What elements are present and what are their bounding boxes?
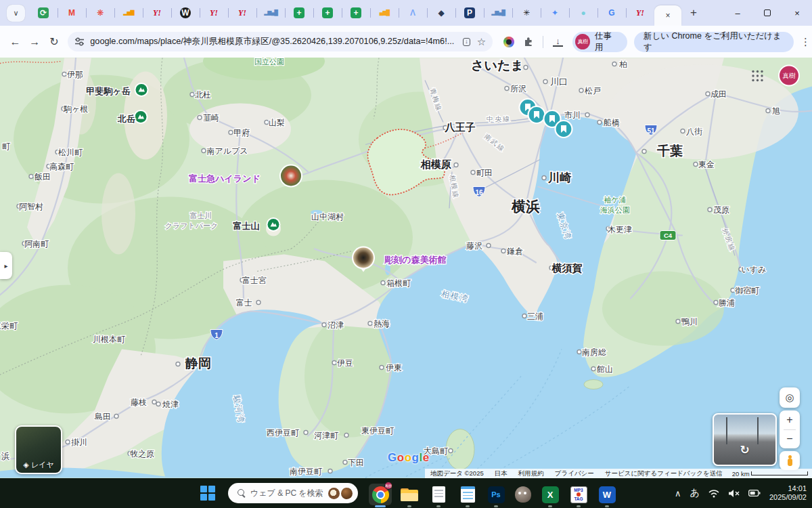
extension-colorful-icon[interactable] xyxy=(503,37,514,47)
place-dot xyxy=(542,176,546,180)
mountain-marker[interactable] xyxy=(134,110,148,124)
saved-place-marker[interactable] xyxy=(556,121,572,137)
place-dot xyxy=(190,93,194,97)
streetview-thumbnail[interactable]: ↻ xyxy=(713,413,777,466)
extensions-puzzle-icon[interactable] xyxy=(522,36,533,47)
sheets-tab[interactable]: + xyxy=(285,0,313,26)
fujikyu-photo-marker[interactable] xyxy=(279,165,302,188)
sheets-tab-icon: + xyxy=(351,7,361,18)
active-tab[interactable]: × xyxy=(654,5,681,26)
forward-button[interactable]: → xyxy=(25,36,45,48)
address-bar[interactable]: google.com/maps/place/神奈川県相模原市緑区/@35.262… xyxy=(68,32,493,51)
taskbar-clock[interactable]: 14:01 2025/09/02 xyxy=(769,484,807,502)
pole-decor xyxy=(757,417,759,444)
teal-dot-tab[interactable]: ● xyxy=(569,0,597,26)
taskbar-explorer[interactable] xyxy=(398,484,421,505)
taskbar-excel[interactable]: X xyxy=(539,484,562,505)
map-profile-avatar[interactable]: 真樹 xyxy=(779,66,799,86)
volume-muted-icon[interactable] xyxy=(728,489,740,498)
browser-menu-icon[interactable]: ⋮ xyxy=(799,36,812,48)
mountain-marker[interactable] xyxy=(267,217,281,232)
window-minimize-button[interactable]: – xyxy=(723,0,752,26)
taskbar-word[interactable]: W xyxy=(595,484,618,505)
pegman-button[interactable] xyxy=(780,451,800,470)
layers-button[interactable]: ◈ レイヤ xyxy=(15,425,62,474)
taskbar-chrome[interactable]: 真樹 xyxy=(369,484,392,505)
download-icon[interactable]: ↓ xyxy=(553,37,563,47)
yahoo-tab-icon: Y! xyxy=(152,7,162,18)
map-label: 富士川 xyxy=(190,211,212,219)
attribution-item[interactable]: 地図データ ©2025 xyxy=(430,469,484,478)
tray-chevron-icon[interactable]: ∧ xyxy=(675,488,681,499)
attribution-item[interactable]: 利用規約 xyxy=(518,469,544,478)
attribution-item[interactable]: サービスに関するフィードバックを送信 xyxy=(605,469,723,478)
caret-tab[interactable]: Λ xyxy=(399,0,427,26)
ime-indicator[interactable]: あ xyxy=(690,487,700,499)
place-dot xyxy=(708,208,712,212)
sync-tab[interactable]: ⟳ xyxy=(29,0,58,26)
my-location-button[interactable]: ◎ xyxy=(780,387,800,408)
yahoo-tab[interactable]: Y! xyxy=(626,0,654,26)
map-label: 北岳 xyxy=(117,114,135,124)
taskbar-notepad[interactable] xyxy=(427,484,450,505)
blue-bars-tab[interactable]: ▂▆▄█ xyxy=(484,0,512,26)
map-canvas[interactable]: 11651C4 さいたま横浜千葉静岡川崎相模原八王子横須賀柏川口所沢松戸市川船橋… xyxy=(0,58,812,478)
sheets-tab-icon: + xyxy=(294,7,304,18)
yahoo-tab[interactable]: Y! xyxy=(143,0,171,26)
wifi-icon[interactable] xyxy=(708,489,719,498)
new-tab-button[interactable]: + xyxy=(684,3,703,22)
analytics-tab[interactable]: ▄▆█ xyxy=(370,0,399,26)
shield-tab[interactable]: ◆ xyxy=(427,0,455,26)
apps-grid-icon[interactable] xyxy=(752,70,763,81)
attribution-links[interactable]: 地図データ ©2025日本利用規約プライバシーサービスに関するフィードバックを送… xyxy=(430,469,723,478)
map-label: 伊那 xyxy=(67,70,83,79)
saved-place-marker[interactable] xyxy=(528,106,545,123)
sheets-tab[interactable]: + xyxy=(342,0,370,26)
gemini-tab[interactable]: ✦ xyxy=(541,0,569,26)
window-close-button[interactable]: × xyxy=(782,0,812,26)
mountain-marker[interactable] xyxy=(135,83,149,97)
zoom-in-button[interactable]: + xyxy=(780,411,800,429)
url-text[interactable]: google.com/maps/place/神奈川県相模原市緑区/@35.262… xyxy=(90,36,456,47)
window-maximize-button[interactable] xyxy=(752,0,782,26)
yahoo-tab[interactable]: Y! xyxy=(200,0,228,26)
reload-button[interactable]: ↻ xyxy=(45,35,64,48)
blue-bars-tab[interactable]: ▂▆▄█ xyxy=(256,0,285,26)
zoom-out-button[interactable]: − xyxy=(780,430,800,448)
google-logo-letter: G xyxy=(388,451,397,464)
yahoo-tab[interactable]: Y! xyxy=(228,0,256,26)
tab-close-icon[interactable]: × xyxy=(665,11,670,20)
gmail-tab[interactable]: M xyxy=(58,0,86,26)
chrome-promo-button[interactable]: 新しい Chrome をご利用いただけます xyxy=(634,32,794,52)
red-flower-tab[interactable]: ❋ xyxy=(86,0,114,26)
google-tab[interactable]: G xyxy=(597,0,626,26)
attribution-item[interactable]: プライバシー xyxy=(555,469,594,478)
profile-label: 仕事用 xyxy=(595,30,619,54)
browser-toolbar: ← → ↻ google.com/maps/place/神奈川県相模原市緑区/@… xyxy=(0,26,812,58)
attribution-item[interactable]: 日本 xyxy=(495,469,508,478)
sheets-tab[interactable]: + xyxy=(313,0,342,26)
p-navy-tab[interactable]: P xyxy=(455,0,484,26)
place-dot xyxy=(152,400,156,404)
taskbar-photoshop[interactable]: Ps xyxy=(484,484,508,505)
battery-icon[interactable] xyxy=(748,489,761,497)
profile-chip[interactable]: 真樹 仕事用 xyxy=(572,32,627,52)
taskbar-gimp[interactable] xyxy=(512,484,535,505)
taskbar-notes[interactable] xyxy=(456,484,479,505)
place-dot xyxy=(585,113,589,117)
dark-w-tab[interactable]: W xyxy=(171,0,200,26)
site-settings-icon[interactable] xyxy=(74,37,85,46)
orange-chart-tab[interactable]: ▂▅▇ xyxy=(114,0,143,26)
map-label: 高森町 xyxy=(49,162,74,171)
bookmark-star-icon[interactable]: ☆ xyxy=(477,36,486,48)
openai-tab[interactable]: ✳ xyxy=(512,0,541,26)
map-label: 海浜公園 xyxy=(600,206,630,214)
taskbar-mp3tag[interactable]: MP3TAG xyxy=(567,484,590,505)
start-button[interactable] xyxy=(200,486,215,501)
tab-search-button[interactable]: ∨ xyxy=(7,5,25,22)
install-app-icon[interactable]: ↓ xyxy=(463,38,470,46)
back-button[interactable]: ← xyxy=(5,36,25,48)
place-dot xyxy=(524,66,528,70)
taskbar-search[interactable]: ウェブ & PC を検索 xyxy=(228,483,358,503)
side-panel-toggle[interactable]: ▸ xyxy=(0,252,12,279)
